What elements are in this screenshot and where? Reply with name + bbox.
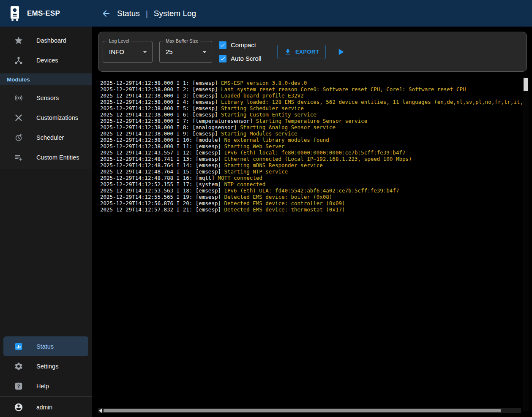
checkbox-checked-icon bbox=[219, 41, 226, 49]
sidebar-modules-group: Sensors Customizations Scheduler bbox=[0, 85, 92, 169]
log-level-select[interactable]: Log Level INFO bbox=[103, 41, 153, 63]
page-title: System Log bbox=[154, 9, 196, 18]
account-circle-icon bbox=[14, 403, 23, 412]
log-line: 2025-12-29T14:12:38.000 I 4: [emsesp] Li… bbox=[100, 99, 522, 105]
log-line: 2025-12-29T14:12:55.565 I 19: [emsesp] D… bbox=[100, 194, 522, 200]
log-line: 2025-12-29T14:12:48.764 I 14: [emsesp] S… bbox=[100, 162, 522, 168]
log-line: 2025-12-29T14:12:38.000 I 6: [emsesp] St… bbox=[100, 111, 522, 118]
chevron-down-icon bbox=[140, 47, 152, 57]
max-buffer-size-value: 25 bbox=[160, 48, 200, 55]
log-line: 2025-12-29T14:12:56.876 I 20: [emsesp] D… bbox=[100, 200, 522, 206]
breadcrumb-section: Status bbox=[117, 9, 140, 18]
scroll-left-arrow-icon[interactable] bbox=[99, 409, 102, 413]
log-horizontal-scrollbar[interactable] bbox=[98, 408, 521, 413]
checkbox-column: Compact Auto Scroll bbox=[219, 41, 270, 62]
download-icon bbox=[284, 48, 292, 56]
sidebar-item-help[interactable]: ? Help bbox=[0, 376, 92, 396]
sidebar-section-modules: Modules bbox=[0, 73, 92, 85]
back-arrow-icon[interactable] bbox=[101, 8, 111, 19]
auto-scroll-label: Auto Scroll bbox=[231, 55, 262, 62]
sidebar-item-label: Scheduler bbox=[36, 134, 64, 141]
log-line: 2025-12-29T14:12:52.155 I 17: [system] N… bbox=[100, 181, 522, 187]
sidebar-divider bbox=[0, 396, 92, 397]
sidebar-item-label: Sensors bbox=[36, 95, 59, 101]
log-level-label: Log Level bbox=[107, 38, 131, 44]
sidebar-item-label: Status bbox=[36, 343, 54, 350]
log-line: 2025-12-29T14:12:38.000 I 1: [emsesp] EM… bbox=[100, 80, 522, 86]
sidebar-item-custom-entities[interactable]: Custom Entities bbox=[0, 147, 92, 167]
log-line: 2025-12-29T14:12:38.000 I 7: [temperatur… bbox=[100, 118, 522, 124]
log-line: 2025-12-29T14:12:48.741 I 13: [emsesp] E… bbox=[100, 156, 522, 162]
sidebar-item-dashboard[interactable]: Dashboard bbox=[0, 30, 92, 50]
sidebar-item-sensors[interactable]: Sensors bbox=[0, 88, 92, 108]
sensors-icon bbox=[14, 93, 23, 103]
star-icon bbox=[14, 36, 23, 45]
modules-section-label: Modules bbox=[7, 76, 30, 83]
checkbox-checked-icon bbox=[219, 55, 226, 62]
sidebar-item-label: Custom Entities bbox=[36, 154, 79, 161]
sidebar-item-admin[interactable]: admin bbox=[0, 397, 92, 417]
breadcrumb: Status | System Log bbox=[101, 8, 196, 19]
log-toolbar: Log Level INFO Max Buffer Size 25 Compac… bbox=[98, 32, 527, 72]
log-line: 2025-12-29T14:12:43.557 I 12: [emsesp] I… bbox=[100, 149, 522, 156]
help-icon: ? bbox=[14, 382, 23, 391]
sidebar-item-label: Settings bbox=[36, 363, 58, 370]
breadcrumb-separator: | bbox=[146, 9, 148, 18]
sidebar-item-settings[interactable]: Settings bbox=[0, 356, 92, 376]
emsesp-logo-icon bbox=[8, 5, 21, 22]
sidebar-item-label: Dashboard bbox=[36, 37, 66, 44]
sidebar-item-devices[interactable]: Devices bbox=[0, 50, 92, 70]
user-label: admin bbox=[36, 404, 52, 411]
log-line: 2025-12-29T14:12:38.000 I 5: [emsesp] St… bbox=[100, 105, 522, 111]
export-button[interactable]: EXPORT bbox=[277, 45, 326, 59]
sidebar-bottom-group: Status Settings ? Help admin bbox=[0, 336, 92, 417]
log-line: 2025-12-29T14:12:57.832 I 21: [emsesp] D… bbox=[100, 206, 522, 213]
sidebar: Dashboard Devices Modules Sensors bbox=[0, 27, 92, 417]
gear-icon bbox=[14, 362, 23, 371]
analytics-icon bbox=[14, 342, 23, 351]
log-line: 2025-12-29T14:12:38.000 I 3: [emsesp] Lo… bbox=[100, 92, 522, 99]
log-line: 2025-12-29T14:12:53.563 I 18: [emsesp] I… bbox=[100, 187, 522, 194]
play-icon bbox=[335, 46, 346, 57]
play-button[interactable] bbox=[335, 46, 346, 57]
log-view: 2025-12-29T14:12:38.000 I 1: [emsesp] EM… bbox=[100, 80, 522, 406]
sidebar-item-label: Help bbox=[36, 383, 49, 390]
log-lines: 2025-12-29T14:12:38.000 I 1: [emsesp] EM… bbox=[100, 80, 522, 213]
log-hscroll-thumb[interactable] bbox=[104, 409, 501, 412]
chevron-down-icon bbox=[200, 47, 212, 57]
log-line: 2025-12-29T14:12:38.000 I 8: [analogsens… bbox=[100, 124, 522, 130]
log-level-value: INFO bbox=[103, 48, 140, 55]
auto-scroll-checkbox[interactable]: Auto Scroll bbox=[219, 55, 270, 62]
device-hub-icon bbox=[14, 56, 23, 65]
sidebar-item-label: Devices bbox=[36, 57, 58, 64]
log-line: 2025-12-29T14:12:38.000 I 9: [emsesp] St… bbox=[100, 130, 522, 137]
max-buffer-size-label: Max Buffer Size bbox=[164, 38, 200, 44]
log-vertical-scrollbar[interactable] bbox=[523, 77, 529, 411]
log-line: 2025-12-29T14:12:38.000 I 10: [module] N… bbox=[100, 137, 522, 143]
brand: EMS-ESP bbox=[0, 0, 92, 27]
log-line: 2025-12-29T14:12:38.000 I 11: [emsesp] S… bbox=[100, 143, 522, 149]
compact-label: Compact bbox=[231, 41, 256, 49]
max-buffer-size-select[interactable]: Max Buffer Size 25 bbox=[159, 41, 212, 63]
app-header: EMS-ESP Status | System Log bbox=[0, 0, 532, 27]
svg-text:?: ? bbox=[17, 384, 20, 389]
sidebar-item-label: Customizations bbox=[36, 114, 78, 121]
log-vscroll-thumb[interactable] bbox=[524, 78, 528, 91]
log-line: 2025-12-29T14:12:48.788 I 16: [mqtt] MQT… bbox=[100, 175, 522, 181]
main-content: Log Level INFO Max Buffer Size 25 Compac… bbox=[92, 27, 532, 417]
sidebar-item-customizations[interactable]: Customizations bbox=[0, 108, 92, 127]
sidebar-item-status[interactable]: Status bbox=[3, 336, 88, 356]
log-line: 2025-12-29T14:12:38.000 I 2: [emsesp] La… bbox=[100, 86, 522, 92]
update-clock-icon bbox=[14, 133, 23, 142]
construction-icon bbox=[14, 113, 23, 122]
playlist-add-icon bbox=[14, 153, 23, 162]
sidebar-top-group: Dashboard Devices bbox=[0, 27, 92, 70]
log-line: 2025-12-29T14:12:48.764 I 15: [emsesp] S… bbox=[100, 168, 522, 175]
sidebar-item-scheduler[interactable]: Scheduler bbox=[0, 127, 92, 147]
compact-checkbox[interactable]: Compact bbox=[219, 41, 270, 49]
app-title: EMS-ESP bbox=[27, 9, 60, 18]
